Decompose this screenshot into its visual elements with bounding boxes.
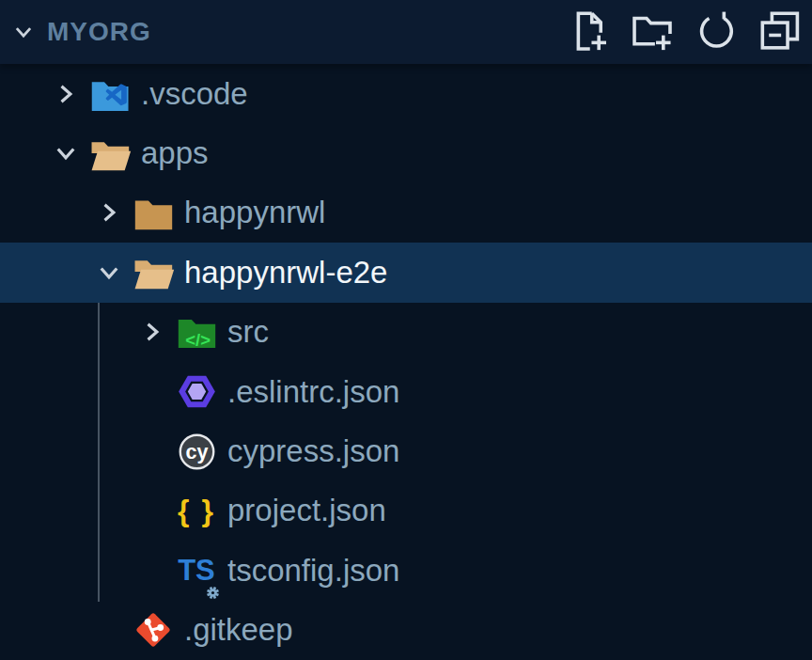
refresh-icon: [695, 9, 738, 55]
twisty-spacer: [92, 613, 126, 647]
chevron-right-icon[interactable]: [49, 77, 83, 111]
tree-item-happynrwl-e2e[interactable]: happynrwl-e2e: [0, 243, 812, 302]
collapse-all-icon: [758, 9, 802, 55]
chevron-right-icon[interactable]: [92, 196, 126, 229]
refresh-button[interactable]: [694, 9, 739, 55]
tree-item-vscode[interactable]: .vscode: [0, 64, 812, 123]
folder-open-icon: [132, 251, 175, 294]
tree-item-label: .eslintrc.json: [227, 374, 399, 410]
workspace-title: MYORG: [47, 17, 151, 47]
typescript-config-icon: TS: [175, 549, 218, 592]
folder-open-icon: [88, 132, 132, 175]
tree-item-gitkeep[interactable]: .gitkeep: [0, 601, 812, 660]
tree-item-eslintrc-json[interactable]: .eslintrc.json: [0, 362, 812, 421]
svg-text:</>: </>: [185, 330, 211, 350]
tree-item-project-json[interactable]: { }project.json: [0, 481, 812, 541]
tree-item-label: .gitkeep: [184, 612, 293, 648]
chevron-right-icon[interactable]: [135, 315, 169, 349]
tree-item-src[interactable]: </>src: [0, 303, 812, 362]
collapse-all-button[interactable]: [757, 9, 803, 55]
new-folder-button[interactable]: [630, 9, 675, 55]
tree-item-happynrwl[interactable]: happynrwl: [0, 183, 812, 243]
tree-item-label: happynrwl: [184, 195, 325, 230]
twisty-spacer: [135, 494, 169, 527]
explorer-toolbar: [566, 9, 803, 55]
tree-item-label: apps: [141, 135, 209, 171]
file-tree: .vscode appshappynrwl happynrwl-e2e </>s…: [0, 64, 812, 660]
new-file-button[interactable]: [566, 9, 611, 55]
cypress-icon: cy: [175, 430, 218, 473]
chevron-down-icon[interactable]: [49, 136, 83, 170]
tree-item-label: .vscode: [141, 76, 248, 112]
file-explorer-panel: MYORG .vscode appshappynrwl happynrwl-e: [0, 0, 812, 660]
folder-src-icon: </>: [175, 310, 218, 354]
tree-item-label: happynrwl-e2e: [184, 255, 387, 291]
folder-closed-icon: [132, 191, 175, 234]
tree-item-label: cypress.json: [227, 433, 399, 469]
chevron-down-icon[interactable]: [92, 256, 126, 290]
new-file-icon: [567, 9, 610, 55]
git-icon: [132, 608, 175, 652]
tree-item-label: tsconfig.json: [227, 553, 399, 589]
twisty-spacer: [135, 434, 169, 468]
json-braces-icon: { }: [175, 489, 218, 532]
svg-text:cy: cy: [185, 440, 208, 463]
vscode-folder-icon: [88, 72, 132, 116]
tree-item-tsconfig-json[interactable]: TStsconfig.json: [0, 541, 812, 600]
twisty-spacer: [135, 375, 169, 409]
chevron-down-icon[interactable]: [11, 20, 36, 44]
explorer-section-header[interactable]: MYORG: [0, 0, 812, 64]
gear-icon: [203, 574, 223, 594]
tree-item-apps[interactable]: apps: [0, 123, 812, 182]
new-folder-icon: [631, 9, 674, 55]
tree-item-cypress-json[interactable]: cycypress.json: [0, 421, 812, 480]
eslint-icon: [175, 370, 218, 414]
tree-item-label: src: [227, 314, 269, 350]
tree-item-label: project.json: [227, 493, 386, 528]
twisty-spacer: [135, 554, 169, 588]
indent-guide: [98, 303, 100, 602]
